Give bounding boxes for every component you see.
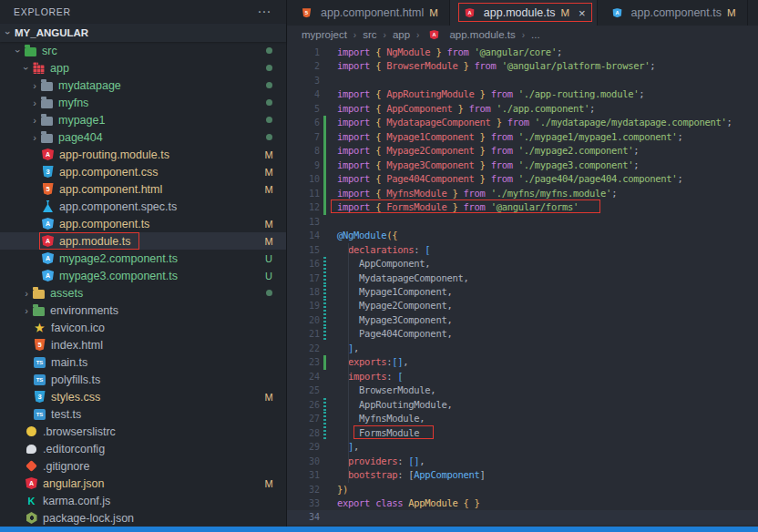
tree-item-main.ts[interactable]: TSmain.ts xyxy=(0,353,286,371)
line-number[interactable]: 12 xyxy=(287,200,320,214)
code-line-28[interactable]: 28 FormsModule xyxy=(287,426,758,440)
tree-item-mydatapage[interactable]: ›mydatapage xyxy=(0,77,286,94)
line-number[interactable]: 24 xyxy=(287,370,320,384)
code-line-9[interactable]: 9import { Mypage3Component } from './myp… xyxy=(287,159,758,172)
tree-item-app[interactable]: ›app xyxy=(0,59,286,77)
code-line-10[interactable]: 10import { Page404Component } from './pa… xyxy=(287,172,758,186)
tree-item-karma.conf.js[interactable]: Kkarma.conf.js xyxy=(0,492,286,509)
code-line-2[interactable]: 2import { BrowserModule } from '@angular… xyxy=(287,59,758,73)
tree-item-app-routing.module.ts[interactable]: Aapp-routing.module.tsM xyxy=(0,146,286,163)
code-line-27[interactable]: 27 MyfnsModule, xyxy=(287,412,758,425)
code-editor[interactable]: 1import { NgModule } from '@angular/core… xyxy=(287,44,758,527)
line-number[interactable]: 8 xyxy=(287,144,320,158)
code-line-4[interactable]: 4import { AppRoutingModule } from './app… xyxy=(287,87,758,101)
code-line-5[interactable]: 5import { AppComponent } from './app.com… xyxy=(287,102,758,116)
tree-item-styles.css[interactable]: 3styles.cssM xyxy=(0,388,286,405)
tree-item-mypage2.component.ts[interactable]: Amypage2.component.tsU xyxy=(0,250,286,267)
tree-item-assets[interactable]: ›assets xyxy=(0,284,286,302)
breadcrumb-item-myproject[interactable]: myproject xyxy=(302,29,347,40)
tree-item-myfns[interactable]: ›myfns xyxy=(0,94,286,111)
line-number[interactable]: 3 xyxy=(287,74,320,87)
line-number[interactable]: 20 xyxy=(287,313,320,327)
code-line-32[interactable]: 32}) xyxy=(287,483,758,496)
line-number[interactable]: 32 xyxy=(287,483,320,496)
line-number[interactable]: 18 xyxy=(287,285,320,299)
code-line-8[interactable]: 8import { Mypage2Component } from './myp… xyxy=(287,144,758,158)
line-number[interactable]: 34 xyxy=(287,510,320,524)
line-number[interactable]: 31 xyxy=(287,468,320,482)
line-number[interactable]: 25 xyxy=(287,384,320,397)
line-number[interactable]: 19 xyxy=(287,299,320,312)
tree-item-polyfills.ts[interactable]: TSpolyfills.ts xyxy=(0,371,286,388)
line-number[interactable]: 13 xyxy=(287,215,320,229)
line-number[interactable]: 21 xyxy=(287,327,320,341)
tree-item-.gitignore[interactable]: .gitignore xyxy=(0,457,286,475)
line-number[interactable]: 17 xyxy=(287,271,320,285)
code-line-6[interactable]: 6import { MydatapageComponent } from './… xyxy=(287,116,758,129)
code-line-7[interactable]: 7import { Mypage1Component } from './myp… xyxy=(287,130,758,144)
code-line-29[interactable]: 29 ], xyxy=(287,440,758,454)
code-line-20[interactable]: 20 Mypage3Component, xyxy=(287,313,758,327)
line-number[interactable]: 26 xyxy=(287,398,320,412)
line-number[interactable]: 7 xyxy=(287,130,320,144)
line-number[interactable]: 9 xyxy=(287,159,320,172)
tab-app.component.ts[interactable]: Aapp.component.tsM xyxy=(598,0,748,26)
code-line-1[interactable]: 1import { NgModule } from '@angular/core… xyxy=(287,46,758,59)
breadcrumb-symbol-path[interactable]: ... xyxy=(531,29,540,40)
line-number[interactable]: 23 xyxy=(287,355,320,369)
tree-item-mypage1[interactable]: ›mypage1 xyxy=(0,111,286,128)
code-line-23[interactable]: 23 exports:[], xyxy=(287,355,758,369)
explorer-more-actions-icon[interactable]: ⋯ xyxy=(257,7,271,16)
workspace-root-header[interactable]: › MY_ANGULAR xyxy=(0,24,286,42)
line-number[interactable]: 1 xyxy=(287,46,320,59)
line-number[interactable]: 15 xyxy=(287,243,320,257)
tab-app.component.html[interactable]: 5app.component.htmlM xyxy=(287,0,450,26)
tree-item-index.html[interactable]: 5index.html xyxy=(0,336,286,353)
line-number[interactable]: 4 xyxy=(287,87,320,101)
tree-item-.editorconfig[interactable]: .editorconfig xyxy=(0,440,286,457)
line-number[interactable]: 33 xyxy=(287,496,320,510)
tree-item-angular.json[interactable]: Aangular.jsonM xyxy=(0,475,286,492)
tree-item-app.module.ts[interactable]: Aapp.module.tsM xyxy=(0,232,286,250)
line-number[interactable]: 11 xyxy=(287,187,320,200)
line-number[interactable]: 14 xyxy=(287,229,320,242)
line-number[interactable]: 6 xyxy=(287,116,320,129)
line-number[interactable]: 16 xyxy=(287,257,320,271)
code-line-25[interactable]: 25 BrowserModule, xyxy=(287,384,758,397)
tree-item-app.component.html[interactable]: 5app.component.htmlM xyxy=(0,180,286,198)
tree-item-src[interactable]: ›src xyxy=(0,42,286,59)
code-line-21[interactable]: 21 Page404Component, xyxy=(287,327,758,341)
tree-item-environments[interactable]: ›environments xyxy=(0,302,286,319)
code-line-19[interactable]: 19 Mypage2Component, xyxy=(287,299,758,312)
code-line-15[interactable]: 15 declarations: [ xyxy=(287,243,758,257)
tree-item-page404[interactable]: ›page404 xyxy=(0,128,286,146)
code-line-31[interactable]: 31 bootstrap: [AppComponent] xyxy=(287,468,758,482)
tree-item-.browserslistrc[interactable]: .browserslistrc xyxy=(0,423,286,440)
code-line-12[interactable]: 12import { FormsModule } from '@angular/… xyxy=(287,200,758,214)
tree-item-mypage3.component.ts[interactable]: Amypage3.component.tsU xyxy=(0,267,286,284)
line-number[interactable]: 10 xyxy=(287,172,320,186)
line-number[interactable]: 27 xyxy=(287,412,320,425)
code-line-13[interactable]: 13 xyxy=(287,215,758,229)
code-line-26[interactable]: 26 AppRoutingModule, xyxy=(287,398,758,412)
tree-item-test.ts[interactable]: TStest.ts xyxy=(0,405,286,423)
tree-item-favicon.ico[interactable]: ★favicon.ico xyxy=(0,319,286,336)
code-line-17[interactable]: 17 MydatapageComponent, xyxy=(287,271,758,285)
line-number[interactable]: 5 xyxy=(287,102,320,116)
code-line-16[interactable]: 16 AppComponent, xyxy=(287,257,758,271)
code-line-24[interactable]: 24 imports: [ xyxy=(287,370,758,384)
code-line-34[interactable]: 34 xyxy=(287,510,758,524)
code-line-18[interactable]: 18 Mypage1Component, xyxy=(287,285,758,299)
line-number[interactable]: 30 xyxy=(287,455,320,468)
line-number[interactable]: 28 xyxy=(287,426,320,440)
line-number[interactable]: 22 xyxy=(287,342,320,355)
line-number[interactable]: 2 xyxy=(287,59,320,73)
breadcrumb-item-file[interactable]: app.module.ts xyxy=(449,29,515,40)
close-icon[interactable]: × xyxy=(579,6,586,20)
tree-item-app.component.spec.ts[interactable]: app.component.spec.ts xyxy=(0,198,286,215)
code-line-14[interactable]: 14@NgModule({ xyxy=(287,229,758,242)
code-line-30[interactable]: 30 providers: [], xyxy=(287,455,758,468)
code-line-33[interactable]: 33export class AppModule { } xyxy=(287,496,758,510)
tree-item-app.component.css[interactable]: 3app.component.cssM xyxy=(0,163,286,180)
code-line-11[interactable]: 11import { MyfnsModule } from './myfns/m… xyxy=(287,187,758,200)
